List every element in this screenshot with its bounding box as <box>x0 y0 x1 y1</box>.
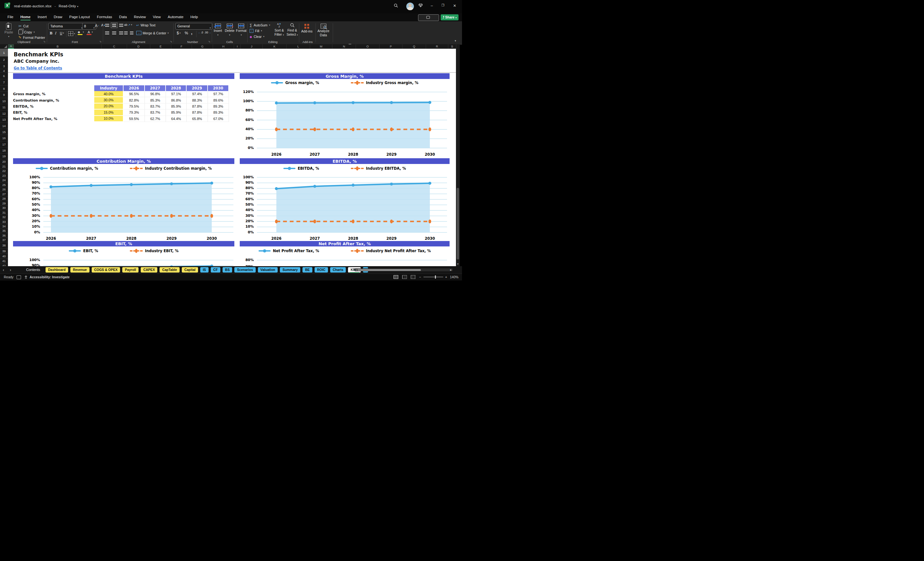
kpi-value-cell[interactable]: 97.1% <box>166 91 187 97</box>
delete-cells-button[interactable]: ✕ Delete▾ <box>225 24 234 37</box>
kpi-value-cell[interactable]: 96.5% <box>123 91 145 97</box>
row-header-40[interactable]: 40 <box>0 254 8 259</box>
user-avatar[interactable] <box>406 3 414 10</box>
row-header-11[interactable]: 11 <box>0 104 8 111</box>
kpi-value-cell[interactable]: 97.7% <box>208 91 229 97</box>
comma-style-button[interactable]: , <box>191 30 192 35</box>
horizontal-scrollbar[interactable]: ◀ ▶ <box>354 268 453 271</box>
add-ins-button[interactable]: Add-ins <box>301 24 313 33</box>
kpi-value-cell[interactable]: 87.8% <box>187 110 208 116</box>
menu-tab-insert[interactable]: Insert <box>34 14 50 20</box>
row-header-15[interactable]: 15 <box>0 129 8 135</box>
column-header-F[interactable]: F <box>171 44 192 49</box>
alignment-dialog-launcher[interactable]: ⇘ <box>170 40 172 43</box>
column-header-C[interactable]: C <box>102 44 127 49</box>
row-header-22[interactable]: 22 <box>0 169 8 173</box>
row-header-35[interactable]: 35 <box>0 229 8 233</box>
row-header-17[interactable]: 17 <box>0 141 8 147</box>
kpi-value-cell[interactable]: 89.3% <box>208 110 229 116</box>
kpi-value-cell[interactable]: 83.7% <box>145 104 166 110</box>
kpi-value-cell[interactable]: 89.6% <box>208 97 229 103</box>
format-painter-button[interactable]: ✎Format Painter <box>18 35 45 39</box>
page-break-view-button[interactable] <box>411 275 416 279</box>
row-header-13[interactable]: 13 <box>0 117 8 123</box>
zoom-in-button[interactable]: + <box>445 275 447 279</box>
restore-button[interactable]: ❐ <box>440 3 446 7</box>
kpi-value-cell[interactable]: 83.7% <box>145 110 166 116</box>
worksheet[interactable]: Benchmark KPIs ABC Company Inc. Go to Ta… <box>8 49 456 266</box>
column-header-G[interactable]: G <box>192 44 213 49</box>
kpi-value-cell[interactable]: 62.7% <box>145 116 166 122</box>
merge-center-button[interactable]: ↔ Merge & Center▾ <box>136 31 169 35</box>
kpi-value-cell[interactable]: 89.3% <box>208 104 229 110</box>
kpi-value-cell[interactable]: 59.5% <box>123 116 145 122</box>
fill-color-button[interactable]: ◆▾ <box>78 31 84 34</box>
vertical-scrollbar-thumb[interactable] <box>457 188 459 260</box>
kpi-value-cell[interactable]: 85.3% <box>145 97 166 103</box>
decrease-decimal-button[interactable]: .00→ <box>204 31 211 34</box>
column-header-M[interactable]: M <box>310 44 332 49</box>
prev-sheet-icon[interactable]: ‹ <box>0 267 7 272</box>
kpi-industry-cell[interactable]: 15.0% <box>94 110 123 116</box>
analyze-data-button[interactable]: AnalyzeData <box>318 24 329 37</box>
row-header-33[interactable]: 33 <box>0 219 8 224</box>
zoom-slider-thumb[interactable] <box>435 275 436 279</box>
row-header-9[interactable]: 9 <box>0 92 8 98</box>
select-all-corner[interactable] <box>0 44 8 49</box>
close-button[interactable]: ✕ <box>452 3 458 8</box>
menu-tab-automate[interactable]: Automate <box>164 14 187 20</box>
sheet-tab-cf[interactable]: CF <box>211 267 220 273</box>
kpi-industry-cell[interactable]: 10.0% <box>94 116 123 122</box>
align-right-button[interactable] <box>119 32 123 34</box>
row-header-39[interactable]: 39 <box>0 249 8 254</box>
row-header-20[interactable]: 20 <box>0 159 8 164</box>
wrap-text-button[interactable]: ↩Wrap Text <box>136 23 155 27</box>
kpi-value-cell[interactable]: 87.8% <box>187 104 208 110</box>
row-header-38[interactable]: 38 <box>0 242 8 249</box>
column-header-P[interactable]: P <box>380 44 402 49</box>
kpi-value-cell[interactable]: 85.9% <box>166 104 187 110</box>
premium-diamond-icon[interactable] <box>417 3 424 8</box>
row-header-41[interactable]: 41 <box>0 259 8 263</box>
row-header-42[interactable]: 42 <box>0 263 8 266</box>
column-header-A[interactable]: A <box>8 44 14 49</box>
menu-tab-draw[interactable]: Draw <box>50 14 66 20</box>
grow-font-button[interactable]: A^ <box>95 24 99 28</box>
menu-tab-file[interactable]: File <box>4 14 17 20</box>
column-header-H[interactable]: H <box>213 44 234 49</box>
zoom-out-button[interactable]: − <box>419 275 421 279</box>
sheet-tab-charts[interactable]: Charts <box>330 267 346 273</box>
row-header-27[interactable]: 27 <box>0 192 8 196</box>
align-center-button[interactable] <box>112 32 116 34</box>
row-header-23[interactable]: 23 <box>0 173 8 178</box>
sheet-tab-be[interactable]: BE <box>303 267 312 273</box>
page-layout-view-button[interactable] <box>402 275 407 279</box>
row-header-26[interactable]: 26 <box>0 187 8 192</box>
kpi-value-cell[interactable]: 96.8% <box>145 91 166 97</box>
row-header-28[interactable]: 28 <box>0 196 8 201</box>
kpi-value-cell[interactable]: 79.3% <box>123 110 145 116</box>
fill-button[interactable]: ↓Fill▾ <box>250 29 262 33</box>
column-header-D[interactable]: D <box>127 44 150 49</box>
kpi-value-cell[interactable]: 65.8% <box>187 116 208 122</box>
orientation-button[interactable]: ab↗▾ <box>124 23 132 26</box>
autosum-button[interactable]: ∑AutoSum▾ <box>250 23 270 27</box>
scroll-right-icon[interactable]: ▶ <box>450 268 452 271</box>
insert-cells-button[interactable]: ◀ Insert▾ <box>214 24 222 37</box>
row-header-18[interactable]: 18 <box>0 147 8 153</box>
row-header-3[interactable]: 3 <box>0 63 8 69</box>
scroll-left-icon[interactable]: ◀ <box>355 268 357 271</box>
increase-indent-button[interactable] <box>130 32 134 34</box>
zoom-level[interactable]: 140% <box>450 275 459 279</box>
row-header-1[interactable]: 1 <box>0 49 8 57</box>
menu-tab-page-layout[interactable]: Page Layout <box>66 14 94 20</box>
italic-button[interactable]: I <box>55 31 56 35</box>
menu-tab-data[interactable]: Data <box>116 14 130 20</box>
font-family-select[interactable]: Tahoma▾ <box>48 23 84 30</box>
accounting-format-button[interactable]: $▾ <box>177 31 180 35</box>
row-header-31[interactable]: 31 <box>0 210 8 215</box>
row-header-36[interactable]: 36 <box>0 233 8 238</box>
kpi-industry-cell[interactable]: 40.0% <box>94 91 123 97</box>
row-header-10[interactable]: 10 <box>0 98 8 104</box>
menu-tab-formulas[interactable]: Formulas <box>93 14 116 20</box>
